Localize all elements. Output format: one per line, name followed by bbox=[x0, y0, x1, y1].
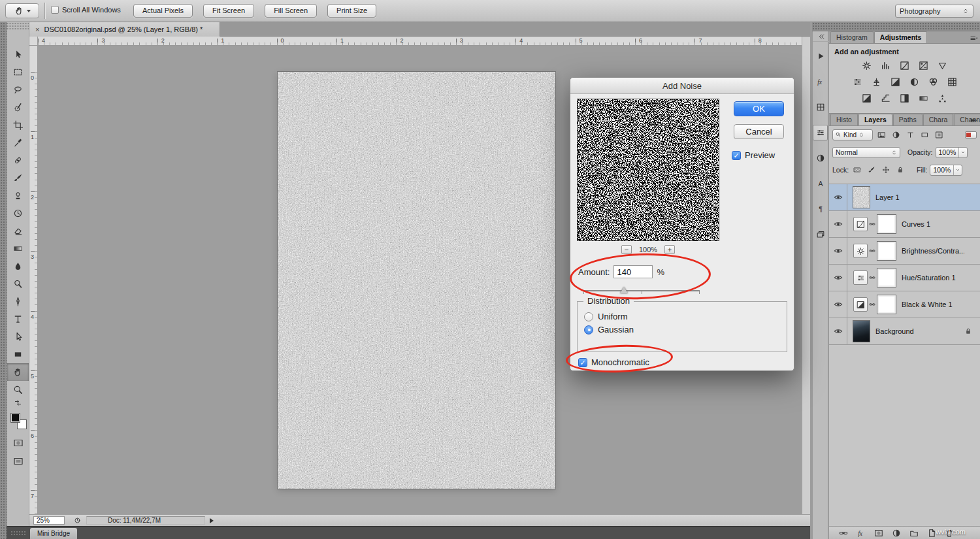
scroll-all-windows-checkbox[interactable]: Scroll All Windows bbox=[51, 6, 121, 14]
layer-row-black-white-1[interactable]: Black & White 1 bbox=[829, 291, 980, 318]
lasso-tool[interactable] bbox=[7, 81, 29, 99]
new-layer-button[interactable] bbox=[927, 529, 936, 538]
posterize-adjustment-button[interactable] bbox=[879, 92, 892, 105]
radio-selected[interactable] bbox=[584, 325, 593, 335]
visibility-toggle[interactable] bbox=[829, 238, 847, 265]
close-icon[interactable]: × bbox=[35, 26, 39, 33]
character-panel-button[interactable]: A bbox=[813, 176, 828, 191]
layer-mask-thumbnail[interactable] bbox=[877, 241, 896, 261]
filter-type-button[interactable] bbox=[904, 129, 917, 140]
panel-menu-icon[interactable] bbox=[970, 116, 978, 125]
brightness-contrast-adjustment-button[interactable] bbox=[860, 59, 874, 72]
layer-row-hue-saturation-1[interactable]: Hue/Saturation 1 bbox=[829, 265, 980, 291]
crop-tool[interactable] bbox=[7, 116, 29, 134]
distribution-uniform-radio[interactable]: Uniform bbox=[584, 312, 787, 321]
screen-mode-button[interactable] bbox=[7, 456, 29, 466]
collapse-panels-button[interactable] bbox=[813, 31, 829, 42]
curves-adjustment-button[interactable] bbox=[898, 59, 911, 72]
fill-screen-button[interactable]: Fill Screen bbox=[265, 4, 317, 18]
vertical-scrollbar[interactable] bbox=[802, 37, 810, 514]
filter-adjustment-button[interactable] bbox=[890, 129, 902, 140]
layer-mask-thumbnail[interactable] bbox=[877, 214, 896, 234]
tab-adjustments[interactable]: Adjustments bbox=[874, 31, 928, 43]
workspace-selector[interactable]: Photography bbox=[895, 5, 973, 18]
pen-tool[interactable] bbox=[7, 293, 29, 310]
brush-tool[interactable] bbox=[7, 169, 29, 187]
mini-bridge-tab[interactable]: Mini Bridge bbox=[30, 528, 77, 539]
zoom-in-button[interactable]: + bbox=[664, 245, 675, 254]
hand-tool[interactable] bbox=[7, 363, 29, 381]
layer-name[interactable]: Curves 1 bbox=[902, 220, 930, 228]
adjustment-layer-icon[interactable] bbox=[853, 217, 868, 231]
swap-colors-button[interactable] bbox=[7, 399, 29, 407]
eyedropper-tool[interactable] bbox=[7, 134, 29, 152]
status-menu-arrow[interactable] bbox=[210, 518, 214, 523]
eraser-tool[interactable] bbox=[7, 222, 29, 240]
history-brush-tool[interactable] bbox=[7, 204, 29, 222]
type-tool[interactable] bbox=[7, 310, 29, 328]
visibility-toggle[interactable] bbox=[829, 318, 847, 345]
checkbox-unchecked[interactable] bbox=[51, 6, 59, 14]
layer-thumbnail[interactable] bbox=[853, 186, 870, 208]
filter-pixel-button[interactable] bbox=[875, 129, 888, 140]
checkbox-checked[interactable] bbox=[732, 151, 741, 160]
color-lookup-adjustment-button[interactable] bbox=[945, 76, 959, 88]
fill-select[interactable]: 100% bbox=[930, 165, 962, 176]
layer-effects-button[interactable]: fx bbox=[857, 529, 866, 538]
layer-name[interactable]: Layer 1 bbox=[875, 193, 900, 201]
layer-row-layer-1[interactable]: Layer 1 bbox=[829, 184, 980, 211]
quick-select-tool[interactable] bbox=[7, 99, 29, 116]
tab-layers[interactable]: Layers bbox=[858, 114, 892, 125]
visibility-toggle[interactable] bbox=[829, 184, 847, 211]
filter-toggle[interactable] bbox=[965, 131, 977, 139]
dodge-tool[interactable] bbox=[7, 275, 29, 293]
zoom-level-input[interactable]: 25% bbox=[33, 516, 65, 525]
filter-kind-select[interactable]: Kind bbox=[832, 129, 873, 140]
lock-checker-button[interactable] bbox=[851, 165, 863, 175]
fit-screen-button[interactable]: Fit Screen bbox=[203, 4, 254, 18]
lock-padlock-button[interactable] bbox=[894, 165, 906, 175]
gradient-map-adjustment-button[interactable] bbox=[917, 92, 930, 105]
blur-tool[interactable] bbox=[7, 257, 29, 275]
add-layer-mask-button[interactable] bbox=[874, 529, 883, 538]
dock-gripper[interactable] bbox=[10, 531, 26, 536]
healing-tool[interactable] bbox=[7, 152, 29, 169]
visibility-toggle[interactable] bbox=[829, 265, 847, 291]
blend-mode-select[interactable]: Normal bbox=[832, 147, 900, 158]
tool-preset-picker[interactable] bbox=[5, 3, 39, 18]
visibility-toggle[interactable] bbox=[829, 211, 847, 238]
hue-saturation-adjustment-button[interactable] bbox=[851, 76, 864, 88]
preview-checkbox[interactable]: Preview bbox=[732, 150, 775, 160]
zoom-out-button[interactable]: − bbox=[621, 245, 632, 254]
layer-mask-thumbnail[interactable] bbox=[877, 268, 896, 287]
adjustment-layer-icon[interactable] bbox=[853, 270, 868, 285]
move-tool[interactable] bbox=[7, 46, 29, 63]
layer-mask-thumbnail[interactable] bbox=[877, 295, 896, 314]
properties-panel-button[interactable] bbox=[813, 125, 828, 140]
quick-mask-button[interactable] bbox=[7, 438, 29, 448]
foreground-color-swatch[interactable] bbox=[10, 413, 20, 423]
new-group-button[interactable] bbox=[909, 529, 919, 538]
distribution-gaussian-radio[interactable]: Gaussian bbox=[584, 325, 787, 335]
filter-smart-button[interactable] bbox=[933, 129, 945, 140]
marquee-tool[interactable] bbox=[7, 63, 29, 81]
layer-name[interactable]: Hue/Saturation 1 bbox=[902, 274, 956, 282]
gradient-tool[interactable] bbox=[7, 240, 29, 257]
opacity-select[interactable]: 100% bbox=[936, 147, 968, 158]
shape-tool[interactable] bbox=[7, 346, 29, 363]
ok-button[interactable]: OK bbox=[734, 101, 784, 116]
clone-stamp-tool[interactable] bbox=[7, 187, 29, 204]
cancel-button[interactable]: Cancel bbox=[734, 124, 784, 139]
dock-gripper[interactable] bbox=[812, 22, 980, 31]
adjustments-mini-panel-button[interactable] bbox=[813, 150, 828, 166]
dialog-title[interactable]: Add Noise bbox=[570, 78, 794, 94]
lock-move-small-button[interactable] bbox=[880, 165, 892, 175]
layer-row-curves-1[interactable]: Curves 1 bbox=[829, 211, 980, 238]
layer-row-brightness-contra-[interactable]: Brightness/Contra... bbox=[829, 238, 980, 265]
threshold-adjustment-button[interactable] bbox=[898, 92, 911, 105]
vibrance-adjustment-button[interactable] bbox=[936, 59, 949, 72]
tab-paths[interactable]: Paths bbox=[893, 114, 923, 125]
actions-panel-button[interactable] bbox=[813, 48, 828, 64]
foreground-background-colors[interactable] bbox=[10, 413, 27, 429]
selective-color-adjustment-button[interactable] bbox=[936, 92, 949, 105]
